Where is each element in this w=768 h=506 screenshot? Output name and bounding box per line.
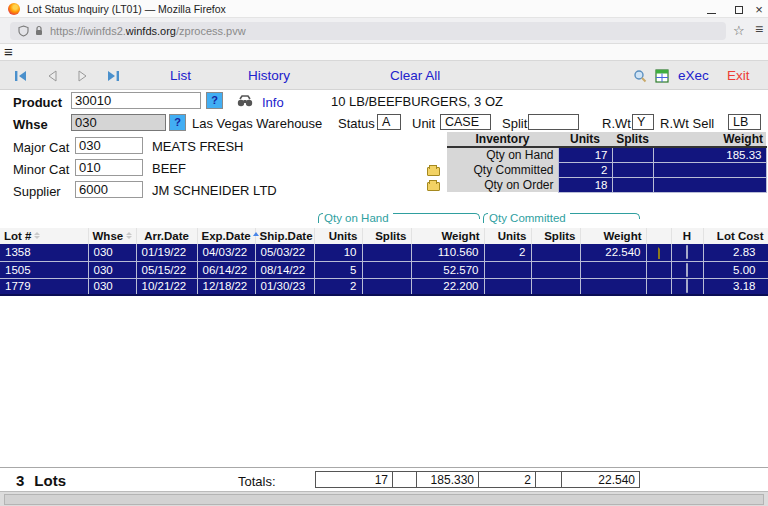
footer-divider: [0, 467, 768, 468]
url-text: https://iwinfds2.winfds.org/zprocess.pvw: [50, 25, 246, 37]
total-splits-committed: [535, 471, 562, 488]
unit-value: CASE: [440, 114, 491, 130]
inventory-summary-table: Inventory Units Splits Weight Qty on Han…: [447, 132, 767, 193]
minor-cat-label: Minor Cat: [13, 162, 69, 177]
col-header-arr-date[interactable]: Arr.Date: [136, 228, 197, 244]
col-header-weight-committed[interactable]: Weight: [580, 228, 646, 244]
inv-row-qty-on-hand: Qty on Hand 17 185.33: [447, 147, 766, 162]
product-description: 10 LB/BEEFBURGERS, 3 OZ: [331, 94, 503, 109]
unit-label: Unit: [412, 116, 435, 131]
product-label: Product: [13, 95, 62, 110]
qty-on-order-drilldown-icon[interactable]: [427, 182, 440, 191]
minor-cat-input[interactable]: [75, 159, 143, 176]
col-header-lot-cost[interactable]: Lot Cost: [703, 228, 768, 244]
inv-header-inventory: Inventory: [447, 132, 558, 147]
total-weight-committed: 22.540: [561, 471, 640, 488]
inv-row-qty-committed: Qty Committed 2: [447, 162, 766, 177]
lock-icon: [34, 25, 44, 37]
col-header-splits-onhand[interactable]: Splits: [362, 228, 411, 244]
app-window: Lot Status Inquiry (LT01) — Mozilla Fire…: [0, 0, 768, 506]
binoculars-icon[interactable]: [237, 95, 253, 107]
supplier-description: JM SCHNEIDER LTD: [152, 183, 277, 198]
split-label: Split: [502, 116, 527, 131]
lot-table: Lot # Whse Arr.Date Exp.Date Ship.Date U…: [0, 228, 768, 296]
whse-label: Whse: [13, 117, 48, 132]
major-cat-description: MEATS FRESH: [152, 139, 244, 154]
product-help-button[interactable]: ?: [206, 92, 223, 109]
rwt-label: R.Wt: [602, 116, 631, 131]
browser-titlebar: Lot Status Inquiry (LT01) — Mozilla Fire…: [0, 0, 768, 18]
status-label: Status: [338, 116, 375, 131]
status-bar-field: [4, 494, 764, 505]
supplier-label: Supplier: [13, 184, 61, 199]
history-button[interactable]: History: [248, 68, 290, 83]
lot-row-1505[interactable]: 1505 030 05/15/22 06/14/22 08/14/22 5 52…: [0, 261, 768, 278]
status-bar: [0, 491, 768, 506]
total-splits-onhand: [392, 471, 417, 488]
nav-next-icon[interactable]: [77, 70, 89, 82]
hold-checkbox[interactable]: [686, 279, 688, 293]
lot-note-icon[interactable]: [658, 245, 660, 259]
export-grid-icon[interactable]: [655, 69, 669, 83]
firefox-icon: [8, 3, 20, 15]
group-qty-on-hand: Qty on Hand: [318, 211, 480, 227]
nav-previous-icon[interactable]: [46, 70, 58, 82]
col-header-weight-onhand[interactable]: Weight: [411, 228, 484, 244]
total-units-committed: 2: [478, 471, 536, 488]
col-header-splits-committed[interactable]: Splits: [531, 228, 580, 244]
hold-checkbox[interactable]: [686, 245, 688, 259]
status-value: A: [377, 114, 401, 130]
col-header-hold[interactable]: H: [671, 228, 703, 244]
bookmark-star-icon[interactable]: ☆: [733, 23, 745, 38]
total-units-onhand: 17: [315, 471, 393, 488]
page-menu-icon[interactable]: ≡: [4, 44, 13, 60]
whse-description: Las Vegas Warehouse: [192, 116, 322, 131]
whse-input[interactable]: [71, 114, 166, 131]
browser-menu-icon[interactable]: ≡: [755, 21, 763, 37]
url-field[interactable]: https://iwinfds2.winfds.org/zprocess.pvw: [10, 22, 726, 40]
col-header-units-committed[interactable]: Units: [484, 228, 531, 244]
list-button[interactable]: List: [170, 68, 191, 83]
lots-count: 3Lots: [16, 472, 66, 489]
exec-button[interactable]: eXec: [678, 68, 709, 83]
totals-label: Totals:: [238, 474, 276, 489]
hold-checkbox[interactable]: [686, 263, 688, 277]
nav-first-icon[interactable]: [14, 70, 28, 82]
col-header-whse[interactable]: Whse: [88, 228, 136, 244]
window-title: Lot Status Inquiry (LT01) — Mozilla Fire…: [27, 3, 226, 15]
rwt-value: Y: [632, 114, 654, 130]
split-value: [528, 114, 579, 130]
whse-help-button[interactable]: ?: [169, 114, 186, 131]
inv-header-units: Units: [558, 132, 612, 147]
rwt-sell-value: LB: [728, 114, 761, 130]
nav-last-icon[interactable]: [106, 70, 120, 82]
lot-row-1779[interactable]: 1779 030 10/21/22 12/18/22 01/30/23 2 22…: [0, 278, 768, 295]
minor-cat-description: BEEF: [152, 161, 186, 176]
minimize-button[interactable]: [699, 0, 723, 18]
app-toolbar: List History Clear All eXec Exit: [0, 60, 768, 90]
col-header-lot[interactable]: Lot #: [0, 228, 88, 244]
product-input[interactable]: [71, 92, 201, 109]
major-cat-input[interactable]: [75, 137, 143, 154]
inv-header-splits: Splits: [612, 132, 653, 147]
exit-button[interactable]: Exit: [727, 68, 750, 83]
search-icon[interactable]: [633, 69, 647, 83]
inv-header-weight: Weight: [653, 132, 766, 147]
rwt-sell-label: R.Wt Sell: [660, 116, 714, 131]
inv-row-qty-on-order: Qty on Order 18: [447, 177, 766, 192]
shield-icon: [18, 25, 29, 37]
col-header-note: [646, 228, 671, 244]
info-link[interactable]: Info: [262, 95, 284, 110]
col-header-ship-date[interactable]: Ship.Date: [255, 228, 314, 244]
col-header-exp-date[interactable]: Exp.Date: [197, 228, 255, 244]
group-qty-committed: Qty Committed: [483, 211, 640, 227]
col-header-units-onhand[interactable]: Units: [314, 228, 362, 244]
close-button[interactable]: ×: [747, 0, 768, 18]
qty-committed-drilldown-icon[interactable]: [427, 167, 440, 176]
browser-navbar: https://iwinfds2.winfds.org/zprocess.pvw…: [0, 18, 768, 44]
page-menu-strip: ≡: [0, 44, 768, 60]
supplier-input[interactable]: [75, 181, 143, 198]
lot-row-1358[interactable]: 1358 030 01/19/22 04/03/22 05/03/22 10 1…: [0, 244, 768, 261]
clear-all-button[interactable]: Clear All: [390, 68, 440, 83]
total-weight-onhand: 185.330: [416, 471, 479, 488]
